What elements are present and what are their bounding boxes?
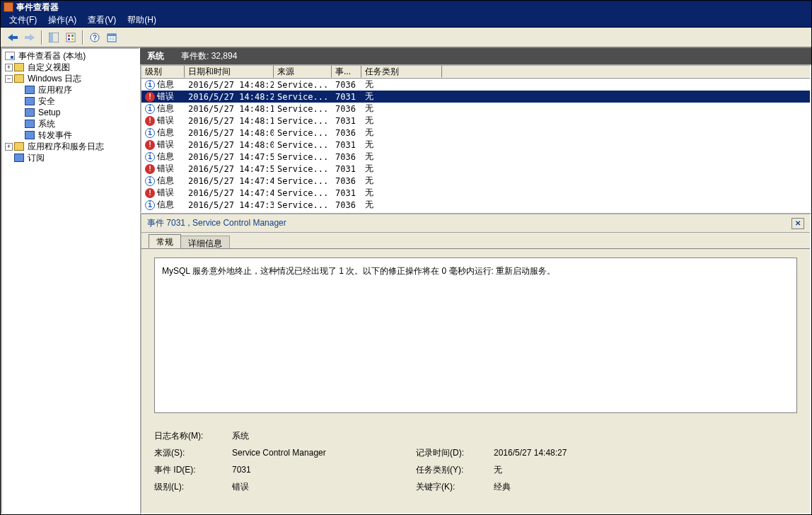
col-source[interactable]: 来源 [274,66,332,78]
event-row[interactable]: !错误2016/5/27 14:48:06Service...7031无 [141,139,810,151]
prop-source-label: 来源(S): [154,447,232,459]
prop-task: 无 [494,464,678,476]
tree-system[interactable]: 系统 [2,118,139,129]
tree-app-services-logs[interactable]: +应用程序和服务日志 [2,141,139,152]
help-button[interactable]: ? [87,30,103,45]
log-icon [25,120,35,128]
tree-setup[interactable]: Setup [2,107,139,118]
calendar-button[interactable] [104,30,120,45]
menu-action[interactable]: 操作(A) [44,13,81,27]
row-source: Service... [274,200,332,210]
menu-help[interactable]: 帮助(H) [123,13,161,27]
row-datetime: 2016/5/27 14:47:48 [185,176,274,186]
svg-rect-4 [66,33,75,42]
error-icon: ! [145,140,155,150]
col-eventid[interactable]: 事... [332,66,361,78]
event-row[interactable]: i信息2016/5/27 14:47:58Service...7036无 [141,151,810,163]
prop-logname-label: 日志名称(M): [154,430,232,442]
prop-id: 7031 [232,465,416,475]
prop-id-label: 事件 ID(E): [154,464,232,476]
event-row[interactable]: !错误2016/5/27 14:48:27Service...7031无 [141,91,810,103]
show-hide-tree-button[interactable] [46,30,62,45]
row-task: 无 [361,151,442,163]
tree-windows-logs[interactable]: −Windows 日志 [2,73,139,84]
svg-rect-8 [71,38,74,40]
event-row[interactable]: i信息2016/5/27 14:47:37Service...7036无 [141,199,810,211]
info-icon: i [145,176,155,186]
row-source: Service... [274,128,332,138]
row-eventid: 7036 [332,80,361,90]
toolbar-separator-2 [82,30,83,45]
info-icon: i [145,152,155,162]
col-task[interactable]: 任务类别 [361,66,442,78]
row-level: 错误 [157,163,174,175]
tree-root[interactable]: 事件查看器 (本地) [2,50,139,62]
prop-keywords: 经典 [494,481,678,493]
tree-application[interactable]: 应用程序 [2,84,139,96]
eventviewer-icon [5,52,15,60]
info-icon: i [145,80,155,90]
tree-subscriptions[interactable]: 订阅 [2,152,139,163]
app-icon [4,2,13,12]
event-row[interactable]: !错误2016/5/27 14:48:14Service...7031无 [141,115,810,127]
title-bar: 事件查看器 [1,1,811,13]
svg-rect-6 [71,35,74,37]
row-task: 无 [361,187,442,199]
row-datetime: 2016/5/27 14:47:57 [185,164,274,174]
info-icon: i [145,200,155,210]
row-datetime: 2016/5/27 14:48:06 [185,140,274,150]
row-datetime: 2016/5/27 14:48:27 [185,92,274,102]
row-task: 无 [361,79,442,91]
event-list[interactable]: 级别 日期和时间 来源 事... 任务类别 i信息2016/5/27 14:48… [140,64,811,213]
collapse-icon[interactable]: − [5,75,13,83]
tree-forwarded[interactable]: 转发事件 [2,129,139,141]
log-icon [25,108,35,117]
details-close-button[interactable]: ✕ [791,218,804,229]
error-icon: ! [145,116,155,126]
event-message: MySQL 服务意外地终止，这种情况已经出现了 1 次。以下的修正操作将在 0 … [154,258,797,413]
svg-rect-3 [50,33,53,42]
log-icon [25,131,35,139]
prop-level: 错误 [232,481,416,493]
event-count: 32,894 [211,51,238,61]
expand-icon[interactable]: + [5,143,13,151]
row-source: Service... [274,92,332,102]
row-level: 错误 [157,139,174,151]
event-row[interactable]: !错误2016/5/27 14:47:36Service...7031无 [141,211,810,212]
navigation-tree[interactable]: 事件查看器 (本地) +自定义视图 −Windows 日志 应用程序 安全 Se… [1,47,140,514]
row-source: Service... [274,152,332,162]
toolbar: ? [1,28,811,47]
row-level: 信息 [157,151,174,163]
event-row[interactable]: i信息2016/5/27 14:48:28Service...7036无 [141,79,810,91]
event-row[interactable]: i信息2016/5/27 14:48:07Service...7036无 [141,127,810,139]
info-icon: i [145,128,155,138]
row-datetime: 2016/5/27 14:47:47 [185,188,274,198]
folder-icon [14,74,24,83]
menu-file[interactable]: 文件(F) [5,13,41,27]
row-source: Service... [274,104,332,114]
row-level: 信息 [157,127,174,139]
tree-custom-views[interactable]: +自定义视图 [2,62,139,73]
row-task: 无 [361,91,442,103]
toolbar-separator-1 [41,30,42,45]
list-header-bar: 系统 事件数: 32,894 [140,47,811,64]
back-button[interactable] [5,30,21,45]
tab-general[interactable]: 常规 [149,234,181,248]
row-eventid: 7036 [332,200,361,210]
expand-icon[interactable]: + [5,64,13,71]
tab-details[interactable]: 详细信息 [180,236,230,248]
col-datetime[interactable]: 日期和时间 [185,66,274,78]
tree-security[interactable]: 安全 [2,96,139,107]
prop-date: 2016/5/27 14:48:27 [494,448,678,458]
event-row[interactable]: i信息2016/5/27 14:48:15Service...7036无 [141,103,810,115]
window-title: 事件查看器 [16,1,59,13]
col-level[interactable]: 级别 [141,66,185,78]
event-row[interactable]: !错误2016/5/27 14:47:47Service...7031无 [141,187,810,199]
forward-button[interactable] [22,30,37,45]
row-level: 信息 [157,79,174,91]
event-row[interactable]: !错误2016/5/27 14:47:57Service...7031无 [141,163,810,175]
menu-view[interactable]: 查看(V) [83,13,120,27]
event-row[interactable]: i信息2016/5/27 14:47:48Service...7036无 [141,175,810,187]
properties-button[interactable] [63,30,79,45]
row-task: 无 [361,175,442,187]
